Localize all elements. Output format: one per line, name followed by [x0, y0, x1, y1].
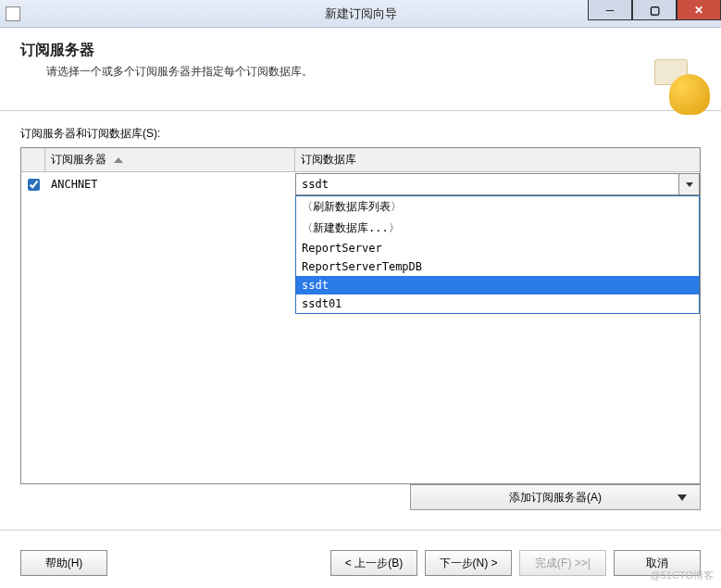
sort-asc-icon	[114, 157, 123, 163]
dropdown-item-ssdt01[interactable]: ssdt01	[296, 294, 699, 313]
window-title: 新建订阅向导	[325, 6, 397, 22]
col-header-db[interactable]: 订阅数据库	[295, 148, 700, 171]
maximize-button[interactable]: ▢	[632, 0, 677, 20]
page-subtitle: 请选择一个或多个订阅服务器并指定每个订阅数据库。	[46, 64, 701, 80]
grid-header-row: 订阅服务器 订阅数据库	[21, 148, 700, 172]
row-server-cell: ANCHNET	[45, 172, 295, 196]
wizard-header: 订阅服务器 请选择一个或多个订阅服务器并指定每个订阅数据库。	[0, 28, 721, 111]
minimize-button[interactable]: ─	[588, 0, 632, 20]
db-combobox-button[interactable]	[679, 173, 700, 195]
add-subscriber-label: 添加订阅服务器(A)	[509, 490, 602, 506]
dropdown-item-new[interactable]: 〈新建数据库...〉	[296, 218, 699, 239]
finish-button: 完成(F) >>|	[519, 550, 606, 576]
col-db-label: 订阅数据库	[301, 152, 356, 168]
subscriber-grid: 订阅服务器 订阅数据库 ANCHNET ssdt	[20, 147, 701, 484]
add-subscriber-button[interactable]: 添加订阅服务器(A)	[410, 484, 701, 510]
table-row: ANCHNET ssdt 〈刷新数据库列表〉 〈新建数据库...〉 Report…	[21, 172, 700, 196]
main-area: 订阅服务器和订阅数据库(S): 订阅服务器 订阅数据库 ANCHNET ssdt	[0, 111, 721, 492]
footer: 帮助(H) < 上一步(B) 下一步(N) > 完成(F) >>| 取消	[0, 538, 721, 588]
close-button[interactable]: ✕	[677, 0, 721, 20]
app-icon	[6, 6, 20, 21]
db-dropdown-list: 〈刷新数据库列表〉 〈新建数据库...〉 ReportServer Report…	[295, 195, 700, 314]
window-controls: ─ ▢ ✕	[588, 0, 721, 20]
dropdown-item-refresh[interactable]: 〈刷新数据库列表〉	[296, 196, 699, 218]
row-check-cell[interactable]	[21, 172, 45, 196]
cancel-button[interactable]: 取消	[614, 550, 701, 576]
help-button[interactable]: 帮助(H)	[20, 550, 107, 576]
dropdown-item-reportserver[interactable]: ReportServer	[296, 239, 699, 257]
row-checkbox[interactable]	[28, 179, 40, 191]
col-header-check[interactable]	[21, 148, 45, 171]
chevron-down-icon	[686, 182, 693, 187]
back-button[interactable]: < 上一步(B)	[330, 550, 417, 576]
content: 订阅服务器 请选择一个或多个订阅服务器并指定每个订阅数据库。 订阅服务器和订阅数…	[0, 28, 721, 492]
row-db-cell: ssdt 〈刷新数据库列表〉 〈新建数据库...〉 ReportServer R…	[295, 172, 700, 196]
database-icon	[654, 59, 710, 115]
grid-label: 订阅服务器和订阅数据库(S):	[20, 126, 701, 142]
db-combobox-value[interactable]: ssdt	[295, 173, 679, 195]
footer-separator	[0, 530, 721, 531]
titlebar: 新建订阅向导 ─ ▢ ✕	[0, 0, 721, 28]
dropdown-item-reportservertempdb[interactable]: ReportServerTempDB	[296, 257, 699, 276]
col-header-server[interactable]: 订阅服务器	[45, 148, 295, 171]
chevron-down-icon	[677, 494, 687, 501]
col-server-label: 订阅服务器	[51, 152, 106, 168]
next-button[interactable]: 下一步(N) >	[425, 550, 512, 576]
page-title: 订阅服务器	[20, 41, 701, 60]
dropdown-item-ssdt[interactable]: ssdt	[296, 276, 699, 294]
